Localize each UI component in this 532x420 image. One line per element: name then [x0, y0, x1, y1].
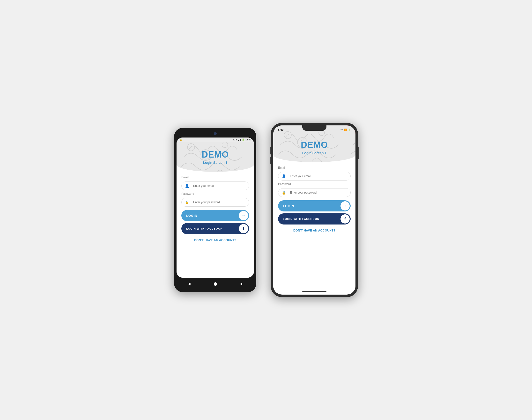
- ios-wifi-icon: 📶: [344, 129, 347, 131]
- android-hero-section: DEMO Login Screen 1: [176, 137, 254, 172]
- ios-screen: 6:00 ···· 📶 🔋 DEBUG DEMO Login Screen 1 …: [273, 125, 356, 295]
- android-status-right: LTE 🔋 12:30: [233, 138, 251, 141]
- android-app-title: DEMO: [181, 150, 249, 160]
- android-facebook-icon: f: [239, 224, 248, 233]
- android-login-text: LOGIN: [186, 214, 197, 217]
- ios-battery-icon: 🔋: [348, 129, 351, 131]
- android-password-input[interactable]: [193, 201, 245, 204]
- android-password-input-wrapper[interactable]: 🔒: [181, 198, 249, 207]
- android-email-label: Email: [181, 176, 249, 179]
- android-signal: LTE: [233, 138, 237, 141]
- ios-side-button: [358, 147, 359, 159]
- ios-facebook-button[interactable]: LOGIN WITH FACEBOOK f: [278, 213, 351, 225]
- ios-password-label: Password: [278, 182, 351, 186]
- ios-signup-link[interactable]: DON'T HAVE AN ACCOUNT?: [278, 226, 351, 235]
- ios-email-input[interactable]: [290, 175, 347, 178]
- android-camera: [214, 132, 217, 135]
- android-facebook-text: LOGIN WITH FACEBOOK: [186, 227, 222, 230]
- ios-password-input-wrapper[interactable]: 🔒: [278, 188, 351, 197]
- android-lock-field-icon: 🔒: [185, 200, 189, 204]
- ios-vol-down-button: [270, 157, 271, 164]
- ios-app-title: DEMO: [278, 140, 351, 150]
- android-form-section: Email 👤 Password 🔒 LOGIN → LOG: [176, 172, 254, 278]
- ios-lock-field-icon: 🔒: [282, 191, 286, 195]
- signal-bars-icon: [238, 138, 241, 141]
- ios-login-arrow-icon: →: [341, 201, 350, 210]
- ios-time: 6:00: [278, 128, 283, 131]
- ios-facebook-icon: f: [341, 214, 350, 224]
- android-password-label: Password: [181, 192, 249, 195]
- android-login-button[interactable]: LOGIN →: [181, 210, 249, 221]
- android-email-input-wrapper[interactable]: 👤: [181, 181, 249, 190]
- android-user-icon: 👤: [185, 184, 189, 188]
- android-password-divider: [191, 200, 191, 204]
- ios-form-section: Email 👤 Password 🔒 LOGIN → LOG: [273, 162, 356, 290]
- ios-app-subtitle: Login Screen 1: [278, 151, 351, 155]
- ios-app-content: DEMO Login Screen 1 Email 👤 Password 🔒: [273, 125, 356, 290]
- ios-email-label: Email: [278, 166, 351, 169]
- ios-password-input[interactable]: [290, 191, 347, 194]
- android-email-input[interactable]: [193, 184, 245, 188]
- ios-vol-up-button: [270, 147, 271, 154]
- android-status-bar: 🔒 LTE 🔋 12:30: [176, 137, 254, 142]
- android-email-divider: [191, 184, 191, 188]
- android-app-content: DEMO Login Screen 1 Email 👤 Password 🔒: [176, 137, 254, 278]
- android-login-arrow-icon: →: [239, 211, 248, 220]
- ios-status-right: ···· 📶 🔋: [341, 129, 351, 131]
- android-screen: 🔒 LTE 🔋 12:30 DEBUG DEMO Login Screen: [176, 137, 254, 278]
- ios-home-indicator: [302, 291, 327, 292]
- ios-facebook-text: LOGIN WITH FACEBOOK: [283, 217, 319, 220]
- ios-dots: ····: [341, 129, 343, 131]
- ios-login-button[interactable]: LOGIN →: [278, 200, 351, 211]
- android-app-subtitle: Login Screen 1: [181, 161, 249, 165]
- android-back-button[interactable]: ◀: [188, 282, 190, 286]
- android-home-button[interactable]: ⬤: [214, 282, 217, 286]
- android-battery-icon: 🔋: [242, 138, 245, 141]
- android-nav-bar: ◀ ⬤ ■: [176, 278, 254, 290]
- ios-user-icon: 👤: [282, 174, 286, 178]
- android-signup-link[interactable]: DON'T HAVE AN ACCOUNT?: [181, 236, 249, 244]
- android-time: 12:30: [245, 138, 251, 141]
- android-phone: 🔒 LTE 🔋 12:30 DEBUG DEMO Login Screen: [174, 128, 256, 292]
- android-recents-button[interactable]: ■: [240, 282, 242, 286]
- ios-email-input-wrapper[interactable]: 👤: [278, 172, 351, 180]
- ios-phone: 6:00 ···· 📶 🔋 DEBUG DEMO Login Screen 1 …: [271, 123, 358, 297]
- ios-login-text: LOGIN: [283, 204, 294, 208]
- ios-password-divider: [288, 190, 288, 195]
- android-lock-icon: 🔒: [179, 138, 182, 141]
- ios-email-divider: [288, 174, 288, 178]
- ios-notch: [302, 125, 327, 131]
- android-facebook-button[interactable]: LOGIN WITH FACEBOOK f: [181, 223, 249, 234]
